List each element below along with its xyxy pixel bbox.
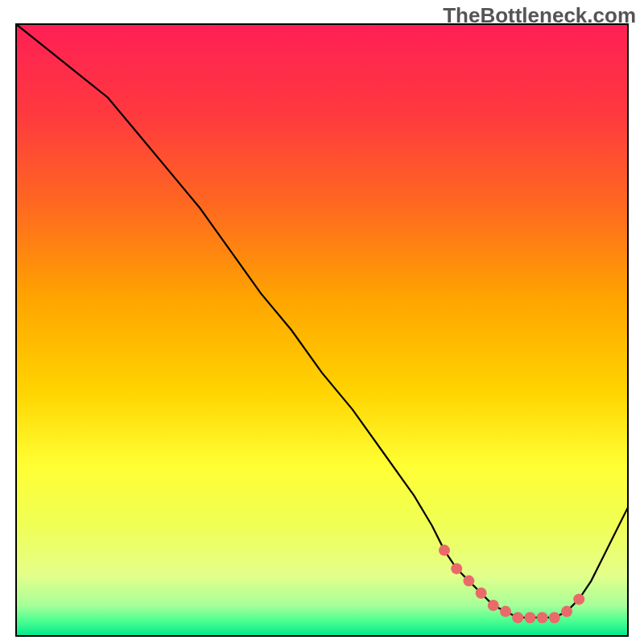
marker-point xyxy=(488,600,499,611)
marker-point xyxy=(549,612,560,623)
marker-point xyxy=(439,545,450,556)
watermark-text: TheBottleneck.com xyxy=(443,3,636,28)
marker-point xyxy=(537,612,548,623)
marker-point xyxy=(463,576,474,587)
marker-point xyxy=(573,593,584,605)
marker-point xyxy=(524,612,535,623)
marker-point xyxy=(451,563,462,574)
chart-canvas xyxy=(0,0,644,644)
marker-point xyxy=(561,606,572,617)
marker-point xyxy=(476,588,487,599)
chart-background-gradient xyxy=(16,24,628,636)
marker-point xyxy=(500,606,511,617)
marker-point xyxy=(512,612,523,623)
